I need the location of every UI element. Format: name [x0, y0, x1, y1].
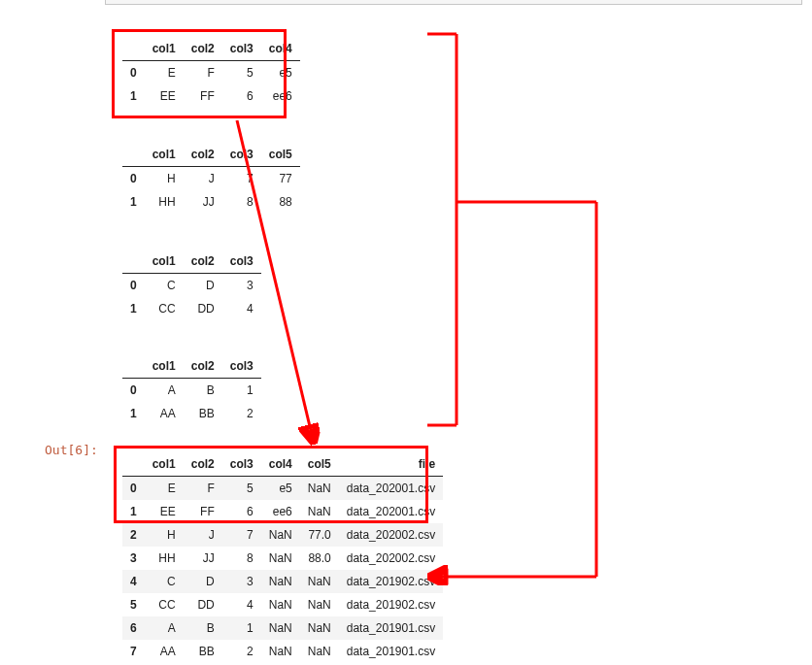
row-index: 2: [122, 523, 145, 547]
col-header: col2: [184, 143, 222, 167]
row-index: 1: [122, 297, 145, 320]
cell: 7: [222, 167, 261, 191]
cell: D: [184, 570, 222, 593]
row-index: 1: [122, 402, 145, 425]
col-header: col1: [145, 249, 184, 274]
cell: NaN: [300, 570, 339, 593]
row-index: 5: [122, 593, 145, 616]
cell: A: [145, 379, 184, 403]
row-index: 0: [122, 167, 145, 191]
cell: H: [145, 167, 184, 191]
col-header: col1: [145, 143, 184, 167]
cell: 3: [222, 570, 261, 593]
cell: HH: [145, 190, 184, 214]
row-index: 6: [122, 616, 145, 640]
cell: JJ: [184, 190, 222, 214]
cell: C: [145, 570, 184, 593]
cell: 4: [222, 297, 261, 320]
cell: J: [184, 523, 222, 547]
col-header: col1: [145, 354, 184, 379]
cell: DD: [184, 593, 222, 616]
cell: H: [145, 523, 184, 547]
table-row: 1CCDD4: [122, 297, 261, 320]
cell: NaN: [261, 547, 300, 570]
table-row: 5CCDD4NaNNaNdata_201902.csv: [122, 593, 443, 616]
cell: 88.0: [300, 547, 339, 570]
cell: 2: [222, 402, 261, 425]
cell: NaN: [300, 616, 339, 640]
cell: NaN: [261, 570, 300, 593]
cell: DD: [184, 297, 222, 320]
cell: J: [184, 167, 222, 191]
table-row: 1HHJJ888: [122, 190, 300, 214]
annotation-box-output: [114, 446, 428, 523]
row-index: 1: [122, 190, 145, 214]
cell: NaN: [261, 523, 300, 547]
cell: BB: [184, 640, 222, 663]
dataframe-table-3: col1col2col30CD31CCDD4: [122, 249, 261, 320]
table-row: 3HHJJ8NaN88.0data_202002.csv: [122, 547, 443, 570]
col-header: col2: [184, 354, 222, 379]
cell: HH: [145, 547, 184, 570]
cell: D: [184, 274, 222, 298]
col-header: col3: [222, 249, 261, 274]
cell: 2: [222, 640, 261, 663]
cell: NaN: [300, 640, 339, 663]
cell: AA: [145, 402, 184, 425]
cell: 1: [222, 379, 261, 403]
cell: B: [184, 379, 222, 403]
table-row: 6AB1NaNNaNdata_201901.csv: [122, 616, 443, 640]
cell: 77.0: [300, 523, 339, 547]
table-row: 1AABB2: [122, 402, 261, 425]
cell: B: [184, 616, 222, 640]
row-index: 3: [122, 547, 145, 570]
row-index: 0: [122, 379, 145, 403]
annotation-box-input: [112, 29, 287, 118]
cell: data_202002.csv: [339, 547, 443, 570]
cell: 7: [222, 523, 261, 547]
table-row: 4CD3NaNNaNdata_201902.csv: [122, 570, 443, 593]
cell: data_202002.csv: [339, 523, 443, 547]
cell: 8: [222, 190, 261, 214]
row-index: 7: [122, 640, 145, 663]
table-row: 0HJ777: [122, 167, 300, 191]
cell: 77: [261, 167, 300, 191]
col-header: col5: [261, 143, 300, 167]
table-row: 0AB1: [122, 379, 261, 403]
row-index-header: [122, 354, 145, 379]
cell: C: [145, 274, 184, 298]
table-row: 7AABB2NaNNaNdata_201901.csv: [122, 640, 443, 663]
table-row: 2HJ7NaN77.0data_202002.csv: [122, 523, 443, 547]
cell: NaN: [261, 640, 300, 663]
row-index: 4: [122, 570, 145, 593]
cell: 88: [261, 190, 300, 214]
cell: 4: [222, 593, 261, 616]
cell: 1: [222, 616, 261, 640]
cell: NaN: [300, 593, 339, 616]
table-row: 0CD3: [122, 274, 261, 298]
cell: data_201901.csv: [339, 640, 443, 663]
code-cell-partial: [105, 0, 802, 5]
col-header: col3: [222, 354, 261, 379]
cell: data_201902.csv: [339, 593, 443, 616]
col-header: col3: [222, 143, 261, 167]
cell: NaN: [261, 593, 300, 616]
cell: CC: [145, 297, 184, 320]
row-index-header: [122, 143, 145, 167]
cell: A: [145, 616, 184, 640]
cell: CC: [145, 593, 184, 616]
output-label: Out[6]:: [45, 443, 98, 457]
cell: AA: [145, 640, 184, 663]
cell: BB: [184, 402, 222, 425]
row-index: 0: [122, 274, 145, 298]
cell: data_201902.csv: [339, 570, 443, 593]
col-header: col2: [184, 249, 222, 274]
dataframe-table-2: col1col2col3col50HJ7771HHJJ888: [122, 143, 300, 214]
cell: 3: [222, 274, 261, 298]
dataframe-table-4: col1col2col30AB11AABB2: [122, 354, 261, 425]
cell: data_201901.csv: [339, 616, 443, 640]
cell: JJ: [184, 547, 222, 570]
row-index-header: [122, 249, 145, 274]
cell: 8: [222, 547, 261, 570]
cell: NaN: [261, 616, 300, 640]
